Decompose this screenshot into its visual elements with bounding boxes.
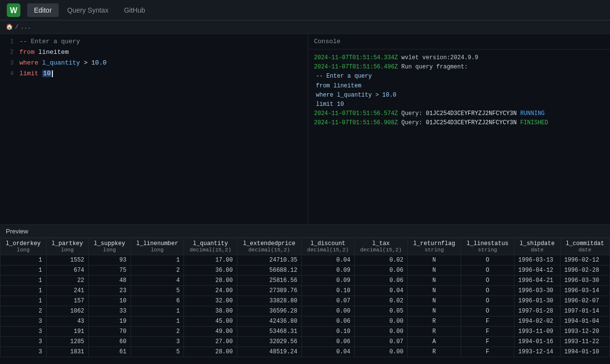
tab-query-syntax[interactable]: Query Syntax [61,3,115,17]
table-cell: 0.00 [354,327,407,337]
table-cell: A [408,337,461,347]
col-header-l_partkey: l_partkey long [46,238,88,255]
console-msg-1: wvlet version:2024.9.9 [401,54,478,61]
console-timestamp-4: 2024-11-07T01:51:56.908Z [314,119,398,126]
editor-content[interactable]: 1 -- Enter a query 2 from lineitem 3 whe… [0,34,308,224]
table-cell: 24.00 [184,286,237,296]
table-row: 3183161528.0048519.240.040.00RF1993-12-1… [0,347,610,357]
table-cell: 0.09 [301,276,354,286]
table-cell: 0.00 [354,347,407,357]
table-row: 115710632.0033828.800.070.02NO1996-01-30… [0,296,610,306]
line-content-1: -- Enter a query [19,38,306,45]
table-cell: 48519.24 [237,347,301,357]
table-area[interactable]: l_orderkey long l_partkey long l_suppkey… [0,238,610,364]
console-body: 2024-11-07T01:51:54.334Z wvlet version:2… [308,50,610,132]
table-row: 319170249.0053468.310.100.00RF1993-11-09… [0,327,610,337]
logo: W [6,2,21,18]
main-area: 1 -- Enter a query 2 from lineitem 3 whe… [0,34,610,224]
table-cell: 1996-02-28 [560,265,610,276]
table-cell: 19 [88,316,131,327]
svg-text:W: W [10,6,17,15]
table-cell: 17.00 [184,255,237,265]
code-line-1: 1 -- Enter a query [0,38,308,49]
table-cell: 1 [131,306,184,316]
table-cell: 1996-03-13 [514,255,561,265]
table-cell: 32.00 [184,296,237,306]
table-cell: O [461,276,514,286]
table-cell: 60 [88,337,131,347]
table-cell: 0.05 [354,306,407,316]
table-cell: 1285 [46,337,88,347]
table-row: 2106233138.0036596.280.000.05NO1997-01-2… [0,306,610,316]
col-header-l_tax: l_tax decimal(15,2) [354,238,407,255]
table-cell: R [408,316,461,327]
line-content-3: where l_quantity > 10.0 [19,59,306,66]
table-cell: 1996-03-14 [560,286,610,296]
code-line-2: 2 from lineitem [0,49,308,59]
table-cell: 1 [0,276,47,286]
col-header-l_linenumber: l_linenumber long [131,238,184,255]
table-cell: O [461,296,514,306]
table-cell: F [461,316,514,327]
table-cell: 45.00 [184,316,237,327]
header: W Editor Query Syntax GitHub [0,0,610,20]
table-cell: 1552 [46,255,88,265]
console-code-line-3: where l_quantity > 10.0 [314,91,604,100]
table-cell: 24710.35 [237,255,301,265]
table-cell: 1 [0,286,47,296]
results-table: l_orderkey long l_partkey long l_suppkey… [0,238,610,357]
table-cell: 75 [88,265,131,276]
table-cell: N [408,306,461,316]
breadcrumb-home[interactable]: 🏠 [6,23,13,31]
table-cell: 0.04 [301,347,354,357]
table-cell: 2 [131,327,184,337]
table-cell: 0.00 [301,306,354,316]
col-header-l_orderkey: l_orderkey long [0,238,47,255]
table-cell: 1 [131,316,184,327]
code-line-4: 4 limit 10 [0,70,308,81]
col-header-l_returnflag: l_returnflag string [408,238,461,255]
col-header-l_discount: l_discount decimal(15,2) [301,238,354,255]
table-cell: 0.06 [354,276,407,286]
table-cell: 10 [88,296,131,306]
table-cell: 23 [88,286,131,296]
tab-github[interactable]: GitHub [117,3,152,17]
table-cell: 1 [0,296,47,306]
table-cell: 28.00 [184,276,237,286]
table-cell: 49.00 [184,327,237,337]
table-cell: N [408,255,461,265]
table-header-row: l_orderkey long l_partkey long l_suppkey… [0,238,610,255]
table-cell: 1996-02-12 [560,255,610,265]
table-cell: 0.10 [301,327,354,337]
console-msg-3: Query: 01JC254D3CEYFRYZJ2NFCYCY3N RUNNIN… [401,110,544,117]
col-header-l_extendedprice: l_extendedprice decimal(15,2) [237,238,301,255]
editor-pane[interactable]: 1 -- Enter a query 2 from lineitem 3 whe… [0,34,308,224]
table-cell: 1996-03-30 [514,286,561,296]
table-cell: 0.04 [354,286,407,296]
tab-editor[interactable]: Editor [27,3,59,17]
table-cell: 1062 [46,306,88,316]
table-cell: 3 [0,347,47,357]
console-entry-1: 2024-11-07T01:51:54.334Z wvlet version:2… [314,53,604,63]
table-cell: 56688.12 [237,265,301,276]
table-cell: 36.00 [184,265,237,276]
table-cell: N [408,286,461,296]
table-cell: N [408,265,461,276]
table-cell: F [461,347,514,357]
console-timestamp-1: 2024-11-07T01:51:54.334Z [314,54,398,61]
table-cell: 3 [0,316,47,327]
table-cell: 33828.80 [237,296,301,306]
table-cell: 1 [0,255,47,265]
table-cell: 674 [46,265,88,276]
table-cell: O [461,286,514,296]
line-number-1: 1 [2,38,19,45]
line-content-2: from lineitem [19,49,306,56]
console-entry-3: 2024-11-07T01:51:56.574Z Query: 01JC254D… [314,109,604,118]
table-cell: R [408,327,461,337]
table-cell: 2 [131,265,184,276]
table-cell: 0.07 [354,337,407,347]
table-row: 34319145.0042436.800.060.00RF1994-02-021… [0,316,610,327]
table-cell: F [461,327,514,337]
table-cell: 6 [131,296,184,306]
table-row: 1155293117.0024710.350.040.02NO1996-03-1… [0,255,610,265]
